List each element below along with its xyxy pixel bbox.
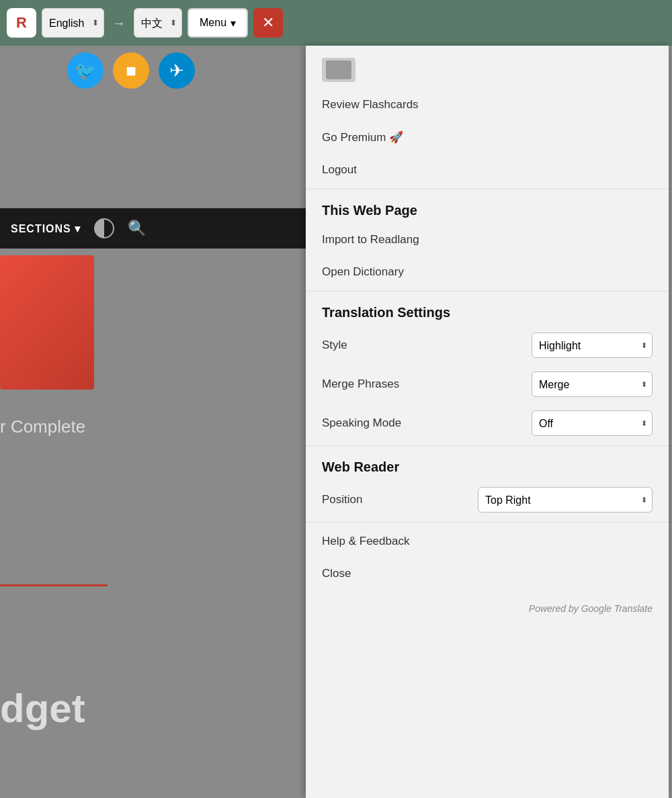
merge-phrases-row: Merge Phrases Merge Split — [306, 365, 669, 404]
import-to-readlang-button[interactable]: Import to Readlang — [306, 224, 669, 256]
source-lang-select[interactable]: English — [42, 8, 104, 38]
sections-label: SECTIONS ▾ — [11, 222, 81, 235]
position-label: Position — [322, 493, 471, 506]
translation-settings-header: Translation Settings — [306, 294, 669, 326]
sections-bar: SECTIONS ▾ 🔍 — [0, 208, 309, 249]
powered-by: Powered by Google Translate — [306, 590, 669, 630]
merge-select[interactable]: Merge Split — [532, 371, 653, 397]
bg-underline — [0, 584, 108, 586]
menu-chevron-icon: ▾ — [230, 17, 236, 30]
this-web-page-header: This Web Page — [306, 192, 669, 224]
speaking-select-wrapper[interactable]: Off On — [532, 410, 653, 436]
search-icon[interactable]: 🔍 — [128, 220, 146, 237]
bg-text-complete: r Complete — [0, 416, 85, 437]
close-icon: ✕ — [262, 14, 274, 32]
review-flashcards-button[interactable]: Review Flashcards — [306, 89, 669, 121]
close-button[interactable]: ✕ — [253, 8, 283, 38]
go-premium-button[interactable]: Go Premium 🚀 — [306, 121, 669, 154]
readlang-logo: R — [7, 8, 36, 38]
twitter-icon[interactable]: 🐦 — [67, 52, 103, 89]
merge-phrases-label: Merge Phrases — [322, 378, 525, 391]
overlay-panel: Review Flashcards Go Premium 🚀 Logout Th… — [306, 46, 669, 798]
top-bar: R English → 中文 Menu ▾ ✕ — [0, 0, 672, 46]
position-select-wrapper[interactable]: Top Right Top Left Bottom Right Bottom L… — [478, 487, 653, 513]
divider-3 — [306, 445, 669, 446]
style-row: Style Highlight Replace Below — [306, 326, 669, 365]
position-select[interactable]: Top Right Top Left Bottom Right Bottom L… — [478, 487, 653, 513]
divider-2 — [306, 291, 669, 292]
target-lang-wrapper[interactable]: 中文 — [134, 8, 182, 38]
style-select[interactable]: Highlight Replace Below — [532, 332, 653, 358]
merge-select-wrapper[interactable]: Merge Split — [532, 371, 653, 397]
close-menu-button[interactable]: Close — [306, 558, 669, 590]
web-reader-header: Web Reader — [306, 449, 669, 480]
target-lang-select[interactable]: 中文 — [134, 8, 182, 38]
arrow-icon: → — [110, 15, 128, 31]
logout-button[interactable]: Logout — [306, 154, 669, 186]
avatar — [322, 58, 355, 82]
social-icons-row: 🐦 ■ ✈ — [67, 52, 195, 89]
bg-text-dget: dget — [0, 685, 85, 732]
divider-1 — [306, 189, 669, 189]
divider-4 — [306, 522, 669, 523]
help-feedback-button[interactable]: Help & Feedback — [306, 525, 669, 558]
open-dictionary-button[interactable]: Open Dictionary — [306, 256, 669, 288]
avatar-image — [326, 60, 351, 79]
menu-label: Menu — [200, 17, 226, 29]
rss-icon[interactable]: ■ — [113, 52, 149, 89]
menu-button[interactable]: Menu ▾ — [187, 8, 248, 38]
telegram-icon[interactable]: ✈ — [159, 52, 195, 89]
book-thumbnail — [0, 255, 94, 390]
speaking-mode-label: Speaking Mode — [322, 416, 525, 430]
user-avatar-area — [306, 46, 669, 89]
source-lang-wrapper[interactable]: English — [42, 8, 104, 38]
style-label: Style — [322, 339, 525, 352]
contrast-icon[interactable] — [94, 218, 114, 238]
speaking-mode-row: Speaking Mode Off On — [306, 404, 669, 443]
style-select-wrapper[interactable]: Highlight Replace Below — [532, 332, 653, 358]
logo-letter: R — [16, 14, 27, 32]
position-row: Position Top Right Top Left Bottom Right… — [306, 480, 669, 519]
speaking-select[interactable]: Off On — [532, 410, 653, 436]
